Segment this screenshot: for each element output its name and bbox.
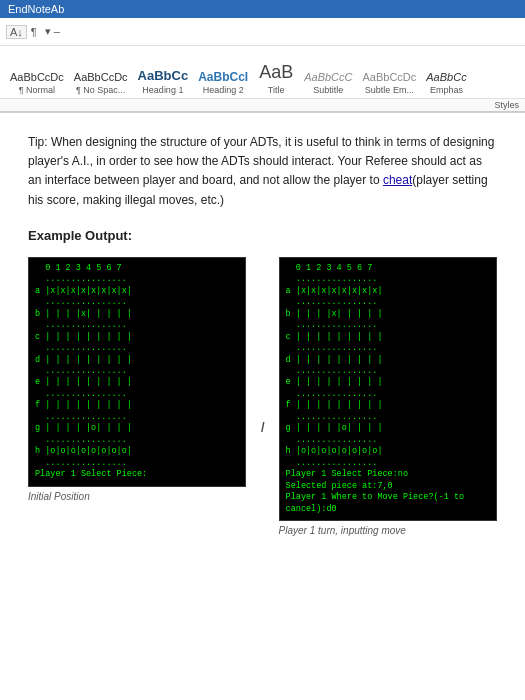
style-normal-preview: AaBbCcDc	[10, 71, 64, 84]
style-emphasis-label: Emphas	[430, 85, 463, 95]
style-heading1[interactable]: AaBbCc Heading 1	[134, 50, 193, 98]
style-subtle-em[interactable]: AaBbCcDc Subtle Em...	[358, 50, 420, 98]
style-title-label: Title	[268, 85, 285, 95]
style-heading2[interactable]: AaBbCcI Heading 2	[194, 50, 252, 98]
terminal-right: 0 1 2 3 4 5 6 7 ................ a |x|x|…	[279, 257, 497, 536]
style-title-preview: AaB	[259, 62, 293, 84]
terminal-left-screen: 0 1 2 3 4 5 6 7 ................ a |x|x|…	[28, 257, 246, 487]
style-no-space-label: ¶ No Spac...	[76, 85, 125, 95]
text-cursor-indicator: I	[260, 257, 264, 536]
style-subtle-em-label: Subtle Em...	[365, 85, 414, 95]
style-emphasis[interactable]: AaBbCc Emphas	[422, 50, 470, 98]
sort-az-icon[interactable]: A↓	[6, 25, 27, 39]
style-heading2-label: Heading 2	[203, 85, 244, 95]
ribbon-styles-bar: AaBbCcDc ¶ Normal AaBbCcDc ¶ No Spac... …	[0, 46, 525, 98]
style-heading2-preview: AaBbCcI	[198, 70, 248, 84]
style-subtitle-label: Subtitle	[313, 85, 343, 95]
style-normal-label: ¶ Normal	[19, 85, 55, 95]
style-heading1-label: Heading 1	[142, 85, 183, 95]
style-normal[interactable]: AaBbCcDc ¶ Normal	[6, 50, 68, 98]
example-heading: Example Output:	[28, 228, 497, 243]
style-subtitle-preview: AaBbCcC	[304, 71, 352, 84]
style-no-space[interactable]: AaBbCcDc ¶ No Spac...	[70, 50, 132, 98]
style-no-space-preview: AaBbCcDc	[74, 71, 128, 84]
styles-section-label: Styles	[0, 98, 525, 111]
document-content: Tip: When designing the structure of you…	[0, 112, 525, 700]
ribbon-top: A↓ ¶ ▾ –	[0, 18, 525, 46]
paragraph-icon[interactable]: ¶	[31, 26, 37, 38]
terminal-left-caption: Initial Position	[28, 491, 246, 502]
style-heading1-preview: AaBbCc	[138, 68, 189, 84]
ribbon: A↓ ¶ ▾ – AaBbCcDc ¶ Normal AaBbCcDc ¶ No…	[0, 18, 525, 112]
ribbon-separator: ▾ –	[45, 25, 60, 38]
styles-label-text: Styles	[494, 100, 519, 110]
terminals-row: 0 1 2 3 4 5 6 7 ................ a |x|x|…	[28, 257, 497, 536]
title-bar: EndNoteAb	[0, 0, 525, 18]
cheat-link[interactable]: cheat	[383, 173, 412, 187]
terminal-left: 0 1 2 3 4 5 6 7 ................ a |x|x|…	[28, 257, 246, 536]
tip-paragraph: Tip: When designing the structure of you…	[28, 133, 497, 210]
app-title: EndNoteAb	[8, 3, 64, 15]
terminal-right-screen: 0 1 2 3 4 5 6 7 ................ a |x|x|…	[279, 257, 497, 521]
style-subtle-em-preview: AaBbCcDc	[362, 71, 416, 84]
style-subtitle[interactable]: AaBbCcC Subtitle	[300, 50, 356, 98]
terminal-right-caption: Player 1 turn, inputting move	[279, 525, 497, 536]
style-emphasis-preview: AaBbCc	[426, 71, 466, 84]
style-title[interactable]: AaB Title	[254, 50, 298, 98]
